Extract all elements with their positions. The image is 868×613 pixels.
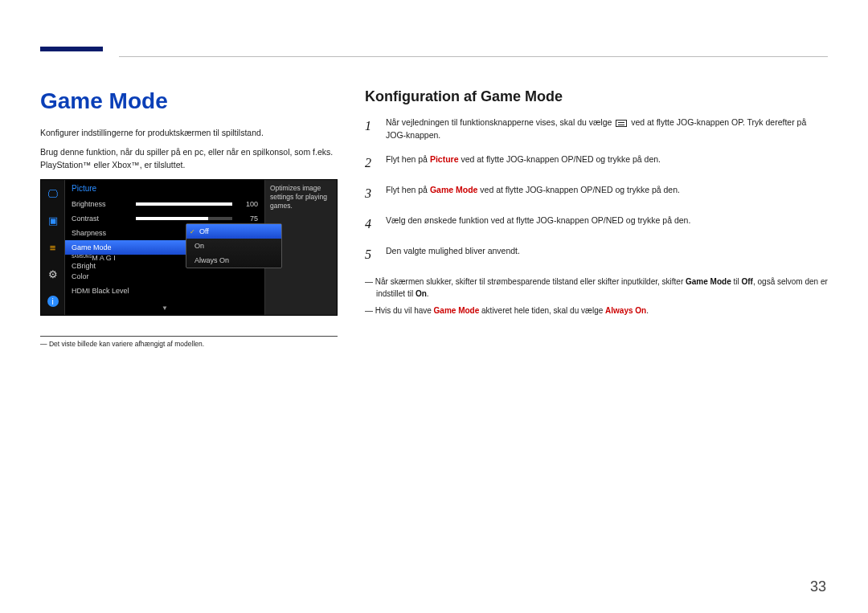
menu-icon bbox=[616, 120, 627, 127]
section-title: Game Mode bbox=[40, 88, 338, 114]
footnote: Det viste billede kan variere afhængigt … bbox=[40, 340, 338, 348]
body-text: Konfigurer indstillingerne for produktsk… bbox=[40, 127, 338, 140]
osd-header: Picture bbox=[65, 180, 264, 197]
osd-row: HDMI Black Level bbox=[65, 284, 264, 298]
dash-note: Hvis du vil have Game Mode aktiveret hel… bbox=[365, 304, 828, 317]
osd-submenu: OffOnAlways On bbox=[186, 223, 282, 268]
options-icon: ≡ bbox=[41, 234, 64, 261]
osd-more-arrow: ▼ bbox=[65, 303, 264, 315]
dash-note: Når skærmen slukker, skifter til strømbe… bbox=[365, 276, 828, 300]
monitor-icon: 🖵 bbox=[41, 180, 64, 207]
step-item: 5Den valgte mulighed bliver anvendt. bbox=[365, 245, 828, 264]
osd-submenu-option: Off bbox=[186, 224, 281, 239]
page-number: 33 bbox=[810, 578, 826, 595]
frame-icon: ▣ bbox=[41, 207, 64, 235]
step-item: 3Flyt hen på Game Mode ved at flytte JOG… bbox=[365, 184, 828, 203]
osd-submenu-option: Always On bbox=[186, 253, 281, 268]
step-item: 2Flyt hen på Picture ved at flytte JOG-k… bbox=[365, 153, 828, 173]
info-icon: i bbox=[41, 288, 64, 316]
osd-row: Brightness100 bbox=[65, 197, 264, 211]
osd-screenshot: 🖵 ▣ ≡ ⚙ i Picture Brightness100Contrast7… bbox=[40, 179, 338, 316]
footnote-rule bbox=[40, 336, 338, 337]
osd-row: Color bbox=[65, 269, 264, 284]
body-text: Brug denne funktion, når du spiller på e… bbox=[40, 146, 338, 172]
chapter-accent bbox=[40, 47, 103, 51]
step-item: 4Vælg den ønskede funktion ved at flytte… bbox=[365, 215, 828, 234]
osd-submenu-option: On bbox=[186, 239, 281, 253]
gear-icon: ⚙ bbox=[41, 261, 64, 288]
step-item: 1Når vejledningen til funktionsknapperne… bbox=[365, 116, 828, 142]
sub-title: Konfiguration af Game Mode bbox=[365, 88, 828, 105]
top-rule bbox=[119, 56, 828, 57]
